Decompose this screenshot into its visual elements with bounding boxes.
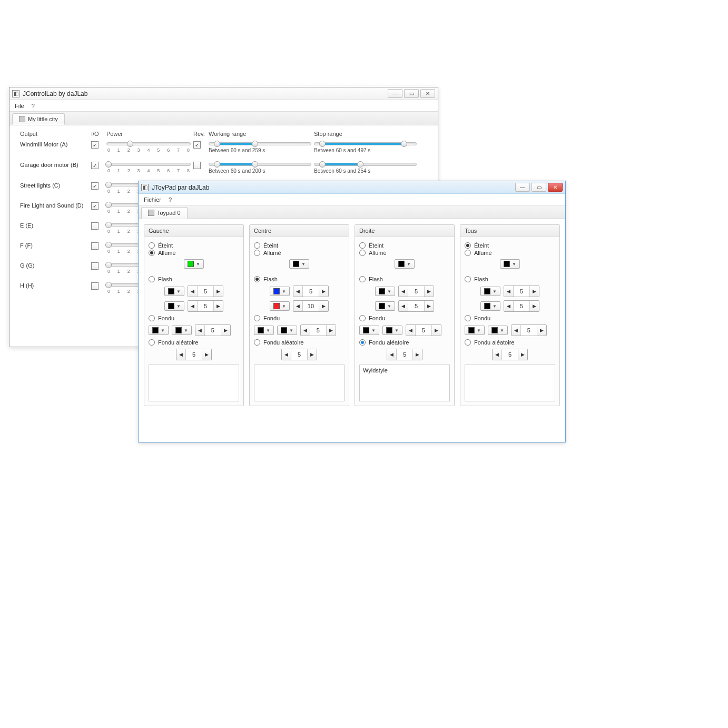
spin-inc-button[interactable]: ▶ xyxy=(326,325,336,336)
io-checkbox[interactable] xyxy=(91,242,99,250)
spin-dec-button[interactable]: ◀ xyxy=(387,349,397,360)
spin-inc-button[interactable]: ▶ xyxy=(221,325,230,336)
flash-color2-button[interactable]: ▼ xyxy=(164,301,184,311)
flash-value1-spinner[interactable]: ◀5▶ xyxy=(398,286,434,297)
spin-inc-button[interactable]: ▶ xyxy=(412,349,422,360)
radio-allume[interactable] xyxy=(254,250,260,256)
io-checkbox[interactable] xyxy=(91,182,99,190)
fondu-color2-button[interactable]: ▼ xyxy=(277,326,297,335)
working-range[interactable]: Between 60 s and 200 s xyxy=(209,161,311,174)
spin-dec-button[interactable]: ◀ xyxy=(301,325,310,336)
menu-fichier[interactable]: Fichier xyxy=(144,196,161,203)
power-slider[interactable]: 012345678 xyxy=(106,140,191,153)
radio-allume[interactable] xyxy=(465,250,471,256)
tag-textbox[interactable] xyxy=(149,365,239,401)
titlebar-jtoypad[interactable]: JToyPad par daJLab — ▭ ✕ xyxy=(139,181,565,194)
spin-dec-button[interactable]: ◀ xyxy=(493,349,502,360)
radio-allume[interactable] xyxy=(359,250,366,256)
fondu-color1-button[interactable]: ▼ xyxy=(465,326,485,335)
menu-help[interactable]: ? xyxy=(169,196,172,203)
spin-dec-button[interactable]: ◀ xyxy=(406,325,416,336)
spin-dec-button[interactable]: ◀ xyxy=(188,286,198,297)
fondu-value-spinner[interactable]: ◀5▶ xyxy=(300,324,336,336)
maximize-button[interactable]: ▭ xyxy=(404,89,419,98)
flash-color1-button[interactable]: ▼ xyxy=(270,287,290,296)
spin-dec-button[interactable]: ◀ xyxy=(399,286,408,297)
maximize-button[interactable]: ▭ xyxy=(532,183,546,192)
spin-dec-button[interactable]: ◀ xyxy=(504,286,514,297)
menu-file[interactable]: File xyxy=(15,103,24,109)
fondu-value-spinner[interactable]: ◀5▶ xyxy=(511,324,547,336)
radio-eteint[interactable] xyxy=(465,242,471,249)
spin-inc-button[interactable]: ▶ xyxy=(307,349,317,360)
spin-inc-button[interactable]: ▶ xyxy=(529,301,539,311)
fondu-color1-button[interactable]: ▼ xyxy=(359,326,379,335)
tag-textbox[interactable]: Wyldstyle xyxy=(359,365,450,401)
flash-value2-spinner[interactable]: ◀5▶ xyxy=(188,300,223,312)
io-checkbox[interactable] xyxy=(91,222,99,230)
flash-value1-spinner[interactable]: ◀5▶ xyxy=(504,286,539,297)
menu-help[interactable]: ? xyxy=(32,103,35,109)
radio-fondu-aleatoire[interactable] xyxy=(465,339,471,346)
flash-color1-button[interactable]: ▼ xyxy=(375,287,395,296)
spin-inc-button[interactable]: ▶ xyxy=(431,325,441,336)
io-checkbox[interactable] xyxy=(91,282,99,290)
spin-dec-button[interactable]: ◀ xyxy=(293,301,303,311)
spin-dec-button[interactable]: ◀ xyxy=(511,325,521,336)
spin-inc-button[interactable]: ▶ xyxy=(537,325,546,336)
spin-inc-button[interactable]: ▶ xyxy=(213,286,223,297)
tag-textbox[interactable] xyxy=(465,365,555,401)
radio-fondu-aleatoire[interactable] xyxy=(254,339,260,346)
io-checkbox[interactable] xyxy=(91,162,99,169)
close-button[interactable]: ✕ xyxy=(548,183,563,192)
rev-checkbox[interactable] xyxy=(193,141,201,149)
stop-range[interactable]: Between 60 s and 254 s xyxy=(314,161,417,174)
allume-color-button[interactable]: ▼ xyxy=(289,259,309,269)
allume-color-button[interactable]: ▼ xyxy=(395,259,415,269)
flash-value2-spinner[interactable]: ◀10▶ xyxy=(293,300,329,312)
spin-dec-button[interactable]: ◀ xyxy=(195,325,205,336)
spin-inc-button[interactable]: ▶ xyxy=(518,349,527,360)
radio-fondu-aleatoire[interactable] xyxy=(359,339,366,346)
flash-color1-button[interactable]: ▼ xyxy=(164,287,184,296)
random-value-spinner[interactable]: ◀5▶ xyxy=(281,349,317,360)
flash-value1-spinner[interactable]: ◀5▶ xyxy=(293,286,329,297)
radio-flash[interactable] xyxy=(254,276,260,282)
fondu-color2-button[interactable]: ▼ xyxy=(172,326,192,335)
spin-dec-button[interactable]: ◀ xyxy=(293,286,303,297)
random-value-spinner[interactable]: ◀5▶ xyxy=(492,349,528,360)
spin-inc-button[interactable]: ▶ xyxy=(319,286,328,297)
allume-color-button[interactable]: ▼ xyxy=(184,259,204,269)
fondu-color1-button[interactable]: ▼ xyxy=(149,326,169,335)
random-value-spinner[interactable]: ◀5▶ xyxy=(387,349,422,360)
titlebar-jcontrollab[interactable]: JControlLab by daJLab — ▭ ✕ xyxy=(9,87,438,100)
radio-fondu[interactable] xyxy=(254,315,260,321)
radio-allume[interactable] xyxy=(149,250,155,256)
fondu-color1-button[interactable]: ▼ xyxy=(254,326,274,335)
spin-dec-button[interactable]: ◀ xyxy=(188,301,198,311)
fondu-color2-button[interactable]: ▼ xyxy=(382,326,402,335)
io-checkbox[interactable] xyxy=(91,262,99,270)
radio-fondu-aleatoire[interactable] xyxy=(149,339,155,346)
radio-flash[interactable] xyxy=(149,276,155,282)
spin-dec-button[interactable]: ◀ xyxy=(399,301,408,311)
minimize-button[interactable]: — xyxy=(388,89,402,98)
tab-my-little-city[interactable]: My little city xyxy=(12,113,65,125)
flash-value2-spinner[interactable]: ◀5▶ xyxy=(398,300,434,312)
random-value-spinner[interactable]: ◀5▶ xyxy=(176,349,212,360)
radio-eteint[interactable] xyxy=(149,242,155,249)
spin-dec-button[interactable]: ◀ xyxy=(504,301,514,311)
minimize-button[interactable]: — xyxy=(515,183,530,192)
spin-inc-button[interactable]: ▶ xyxy=(213,301,223,311)
radio-fondu[interactable] xyxy=(359,315,366,321)
tab-toypad-0[interactable]: Toypad 0 xyxy=(141,207,188,219)
radio-flash[interactable] xyxy=(465,276,471,282)
fondu-value-spinner[interactable]: ◀5▶ xyxy=(195,324,231,336)
power-slider[interactable]: 012345678 xyxy=(106,161,191,173)
fondu-value-spinner[interactable]: ◀5▶ xyxy=(406,324,441,336)
spin-dec-button[interactable]: ◀ xyxy=(282,349,291,360)
allume-color-button[interactable]: ▼ xyxy=(500,259,520,269)
flash-value2-spinner[interactable]: ◀5▶ xyxy=(504,300,539,312)
flash-color2-button[interactable]: ▼ xyxy=(480,301,500,311)
flash-color2-button[interactable]: ▼ xyxy=(375,301,395,311)
